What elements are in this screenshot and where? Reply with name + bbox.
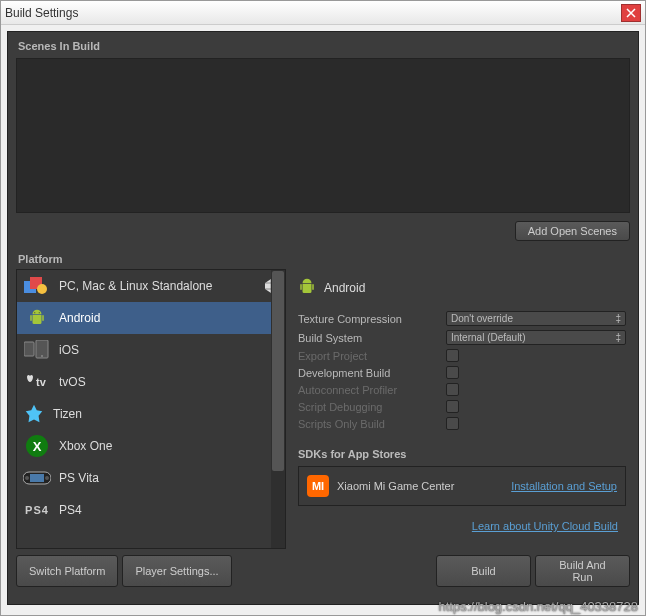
switch-platform-button[interactable]: Switch Platform — [16, 555, 118, 587]
titlebar[interactable]: Build Settings — [1, 1, 645, 25]
platform-item-ps4[interactable]: PS4 PS4 — [17, 494, 285, 526]
texture-compression-label: Texture Compression — [298, 313, 438, 325]
svg-point-12 — [45, 476, 49, 480]
cloud-build-link[interactable]: Learn about Unity Cloud Build — [472, 520, 618, 532]
ios-icon — [23, 338, 51, 362]
platform-list: PC, Mac & Linux Standalone Android — [16, 269, 286, 549]
build-and-run-button[interactable]: Build And Run — [535, 555, 630, 587]
platform-item-ios[interactable]: iOS — [17, 334, 285, 366]
platform-item-label: PS Vita — [59, 471, 99, 485]
ps4-icon: PS4 — [23, 498, 51, 522]
sdk-install-link[interactable]: Installation and Setup — [511, 480, 617, 492]
build-settings-window: Build Settings Scenes In Build Add Open … — [0, 0, 646, 616]
build-system-label: Build System — [298, 332, 438, 344]
development-build-checkbox[interactable] — [446, 366, 459, 379]
platform-item-label: PC, Mac & Linux Standalone — [59, 279, 212, 293]
android-icon — [23, 306, 51, 330]
sdk-xiaomi-row: MI Xiaomi Mi Game Center Installation an… — [298, 466, 626, 506]
build-button[interactable]: Build — [436, 555, 531, 587]
svg-point-7 — [41, 355, 43, 357]
platform-item-xboxone[interactable]: X Xbox One — [17, 430, 285, 462]
tizen-icon — [23, 403, 45, 425]
sdk-xiaomi-label: Xiaomi Mi Game Center — [337, 480, 454, 492]
android-icon — [298, 277, 316, 299]
svg-point-2 — [37, 284, 47, 294]
scripts-only-build-label: Scripts Only Build — [298, 418, 438, 430]
build-system-dropdown[interactable]: Internal (Default) ‡ — [446, 330, 626, 345]
platform-item-standalone[interactable]: PC, Mac & Linux Standalone — [17, 270, 285, 302]
platform-item-label: Tizen — [53, 407, 82, 421]
platform-item-tvos[interactable]: tv tvOS — [17, 366, 285, 398]
export-project-checkbox — [446, 349, 459, 362]
scrollbar-thumb[interactable] — [272, 271, 284, 471]
platform-item-label: tvOS — [59, 375, 86, 389]
close-icon — [626, 8, 636, 18]
dropdown-value: Internal (Default) — [451, 332, 525, 343]
svg-rect-5 — [24, 342, 34, 356]
close-button[interactable] — [621, 4, 641, 22]
detail-title: Android — [324, 281, 365, 295]
standalone-icon — [23, 274, 51, 298]
platform-item-label: Android — [59, 311, 100, 325]
svg-point-11 — [25, 476, 29, 480]
window-title: Build Settings — [5, 6, 621, 20]
xiaomi-icon: MI — [307, 475, 329, 497]
dropdown-value: Don't override — [451, 313, 513, 324]
dropdown-arrows-icon: ‡ — [615, 313, 621, 324]
export-project-label: Export Project — [298, 350, 438, 362]
platform-item-psvita[interactable]: PS Vita — [17, 462, 285, 494]
scenes-label: Scenes In Build — [12, 36, 634, 56]
scripts-only-build-checkbox — [446, 417, 459, 430]
apple-tv-icon: tv — [23, 370, 51, 394]
platform-item-label: Xbox One — [59, 439, 112, 453]
add-open-scenes-button[interactable]: Add Open Scenes — [515, 221, 630, 241]
svg-point-4 — [39, 312, 40, 313]
development-build-label: Development Build — [298, 367, 438, 379]
platform-item-android[interactable]: Android — [17, 302, 285, 334]
autoconnect-profiler-checkbox — [446, 383, 459, 396]
autoconnect-profiler-label: Autoconnect Profiler — [298, 384, 438, 396]
script-debugging-checkbox — [446, 400, 459, 413]
player-settings-button[interactable]: Player Settings... — [122, 555, 231, 587]
platform-item-label: iOS — [59, 343, 79, 357]
sdk-label: SDKs for App Stores — [298, 448, 626, 460]
platform-item-tizen[interactable]: Tizen — [17, 398, 285, 430]
dropdown-arrows-icon: ‡ — [615, 332, 621, 343]
xbox-icon: X — [23, 434, 51, 458]
scenes-in-build-list[interactable] — [16, 58, 630, 213]
svg-point-3 — [34, 312, 35, 313]
script-debugging-label: Script Debugging — [298, 401, 438, 413]
svg-rect-10 — [30, 474, 44, 482]
texture-compression-dropdown[interactable]: Don't override ‡ — [446, 311, 626, 326]
psvita-icon — [23, 466, 51, 490]
platform-label: Platform — [12, 249, 634, 269]
content-area: Scenes In Build Add Open Scenes Platform… — [7, 31, 639, 605]
platform-item-label: PS4 — [59, 503, 82, 517]
platform-detail-pane: Android Texture Compression Don't overri… — [294, 269, 630, 549]
svg-text:tv: tv — [36, 376, 47, 388]
platform-scrollbar[interactable] — [271, 270, 285, 548]
